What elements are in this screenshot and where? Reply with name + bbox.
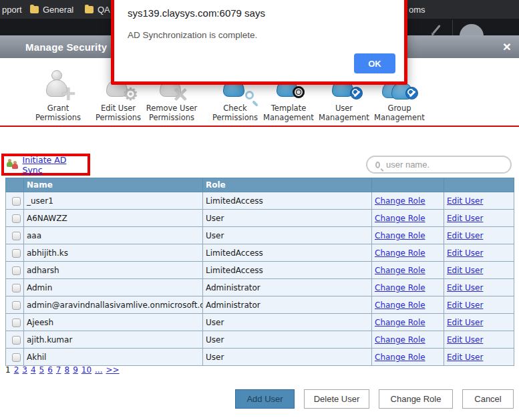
page-link[interactable]: 9 [73, 365, 78, 375]
bookmark-folder-qa[interactable]: QA [85, 5, 110, 15]
wrench-badge-icon [350, 87, 363, 99]
change-role-link[interactable]: Change Role [375, 300, 425, 310]
row-checkbox[interactable] [12, 232, 21, 240]
bookmark-item-oms[interactable]: oms [409, 5, 425, 15]
search-icon [375, 162, 380, 168]
row-checkbox[interactable] [12, 319, 21, 327]
table-header-row: Name Role [6, 178, 514, 192]
table-row: abhijith.ks LimitedAccess Change Role Ed… [6, 244, 514, 262]
magnifier-badge-icon [245, 91, 254, 99]
change-role-link[interactable]: Change Role [375, 353, 425, 362]
search-input[interactable] [386, 160, 504, 170]
delete-user-button[interactable]: Delete User [304, 389, 369, 409]
divider [452, 20, 453, 35]
edit-user-link[interactable]: Edit User [447, 353, 483, 362]
user-name-cell: ajith.kumar [24, 331, 203, 349]
row-checkbox[interactable] [12, 336, 21, 345]
change-role-link[interactable]: Change Role [375, 214, 425, 223]
header-role: Role [203, 178, 372, 192]
user-name-cell: aaa [24, 227, 203, 244]
edit-user-link[interactable]: Edit User [447, 214, 483, 223]
user-role-cell: LimitedAccess [203, 192, 372, 210]
alert-ok-button[interactable]: OK [354, 53, 395, 73]
user-role-cell: User [203, 227, 372, 244]
edit-user-link[interactable]: Edit User [447, 335, 483, 345]
change-role-link[interactable]: Change Role [375, 318, 425, 327]
gear-badge-icon: ⚙ [123, 86, 138, 102]
user-name-cell: adharsh [24, 262, 203, 279]
lens-badge-icon [293, 86, 305, 98]
table-row: admin@aravindnallasivamlive.onmicrosoft.… [6, 296, 514, 314]
user-name-cell: abhijith.ks [24, 244, 203, 262]
page-link[interactable]: 6 [47, 365, 53, 375]
page-title: Manage Security [25, 41, 107, 53]
user-role-cell: Administrator [203, 296, 372, 314]
row-checkbox[interactable] [12, 249, 21, 258]
page-current: 1 [5, 365, 11, 375]
edit-user-link[interactable]: Edit User [447, 196, 483, 206]
folder-icon [85, 6, 94, 13]
close-icon[interactable]: × [503, 38, 511, 55]
user-table-body: _user1 LimitedAccess Change Role Edit Us… [6, 192, 514, 366]
row-checkbox[interactable] [12, 266, 21, 275]
change-role-link[interactable]: Change Role [375, 266, 425, 275]
pagination: 12345678910...>> [5, 365, 123, 375]
table-row: adharsh LimitedAccess Change Role Edit U… [6, 262, 514, 279]
cancel-button[interactable]: Cancel [462, 389, 514, 409]
edit-user-link[interactable]: Edit User [447, 266, 483, 275]
page-link[interactable]: 2 [14, 365, 19, 375]
pencil-icon[interactable] [432, 25, 441, 34]
change-role-link[interactable]: Change Role [375, 196, 425, 206]
page-link[interactable]: 10 [81, 365, 92, 375]
row-checkbox[interactable] [12, 301, 21, 310]
toolbar-item-grant-permissions[interactable]: + Grant Permissions [29, 70, 88, 122]
page-link[interactable]: 8 [64, 365, 69, 375]
edit-user-link[interactable]: Edit User [447, 283, 483, 292]
alert-title: sys139.claysys.com:6079 says [128, 7, 265, 19]
folder-icon [30, 6, 39, 13]
avatar[interactable] [460, 24, 484, 35]
ad-sync-people-icon [7, 159, 19, 170]
page-link[interactable]: 5 [39, 365, 45, 375]
page-link[interactable]: ... [95, 365, 102, 375]
user-name-cell: Admin [24, 279, 203, 296]
search-box [366, 156, 512, 174]
page-link[interactable]: 7 [56, 365, 61, 375]
page-link[interactable]: 3 [22, 365, 27, 375]
row-checkbox[interactable] [12, 353, 21, 362]
bookmark-item-support[interactable]: pport [2, 5, 22, 15]
user-role-cell: User [203, 331, 372, 349]
change-role-button[interactable]: Change Role [379, 389, 453, 409]
page-link[interactable]: 4 [31, 365, 36, 375]
change-role-link[interactable]: Change Role [375, 335, 425, 345]
users-table: Name Role _user1 LimitedAccess Change Ro… [5, 178, 514, 366]
row-checkbox[interactable] [12, 214, 21, 223]
initiate-ad-sync-link[interactable]: Initiate AD Sync [23, 155, 88, 175]
change-role-link[interactable]: Change Role [375, 248, 425, 258]
toolbar-label: User Management [315, 103, 373, 122]
header-checkbox-col [6, 178, 24, 192]
table-row: A6NAWZZ User Change Role Edit User [6, 210, 514, 227]
edit-user-link[interactable]: Edit User [447, 248, 483, 258]
change-role-link[interactable]: Change Role [375, 283, 425, 292]
user-name-cell: A6NAWZZ [24, 210, 203, 227]
user-name-cell: _user1 [24, 192, 203, 210]
header-edit-user-col [444, 178, 514, 192]
modal-body: + Grant Permissions ⚙ Edit User Permissi… [0, 58, 519, 420]
user-name-cell: Ajeesh [24, 314, 203, 331]
edit-user-link[interactable]: Edit User [447, 300, 483, 310]
row-checkbox[interactable] [12, 197, 21, 206]
row-checkbox[interactable] [12, 284, 21, 292]
toolbar-label: Edit User Permissions [89, 103, 148, 122]
page-link[interactable]: >> [106, 365, 120, 375]
bookmark-label: pport [2, 5, 22, 15]
header-change-role-col [372, 178, 444, 192]
bookmark-folder-general[interactable]: General [30, 5, 73, 15]
change-role-link[interactable]: Change Role [375, 231, 425, 240]
initiate-ad-sync-link-wrap[interactable]: Initiate AD Sync [7, 155, 88, 175]
toolbar-label: Template Management [259, 103, 318, 122]
toolbar-annotation-underline [0, 126, 519, 127]
edit-user-link[interactable]: Edit User [447, 231, 483, 240]
edit-user-link[interactable]: Edit User [447, 318, 483, 327]
add-user-button[interactable]: Add User [235, 389, 295, 409]
